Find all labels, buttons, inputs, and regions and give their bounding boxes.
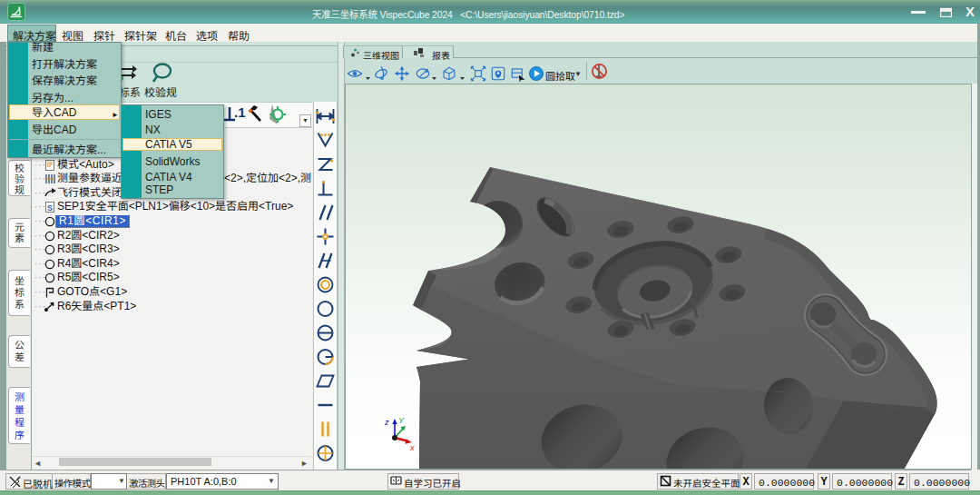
svg-text:Y: Y [398, 416, 405, 425]
svg-text:S: S [47, 203, 53, 213]
svg-text:x: x [409, 443, 415, 452]
svg-text:z: z [384, 418, 389, 427]
